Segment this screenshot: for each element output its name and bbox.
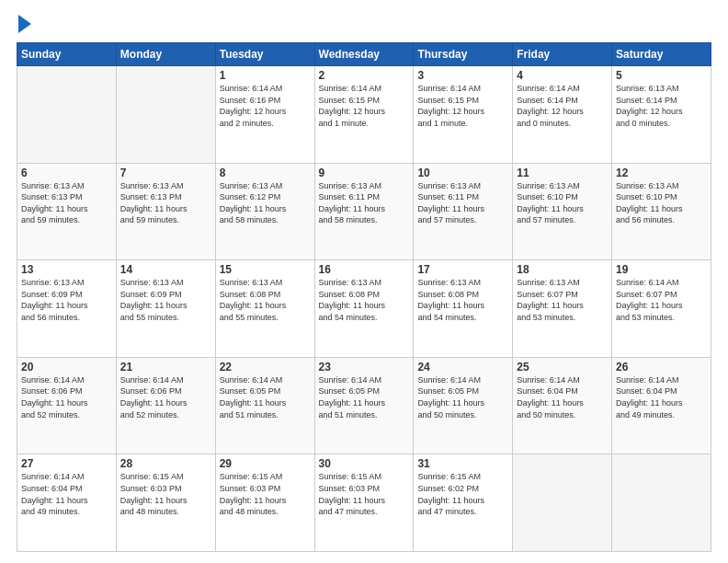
- day-info: Sunrise: 6:13 AM Sunset: 6:12 PM Dayligh…: [220, 180, 311, 226]
- calendar-cell: [513, 454, 612, 552]
- header: [17, 17, 711, 33]
- weekday-header: Tuesday: [215, 43, 314, 66]
- calendar-cell: 20Sunrise: 6:14 AM Sunset: 6:06 PM Dayli…: [17, 357, 117, 454]
- day-info: Sunrise: 6:14 AM Sunset: 6:04 PM Dayligh…: [616, 374, 707, 420]
- day-number: 9: [319, 167, 410, 179]
- weekday-header: Saturday: [612, 43, 711, 66]
- logo-arrow-icon: [18, 15, 31, 33]
- calendar-cell: [17, 66, 117, 164]
- calendar-cell: 31Sunrise: 6:15 AM Sunset: 6:02 PM Dayli…: [414, 454, 513, 552]
- day-number: 14: [120, 263, 211, 276]
- day-info: Sunrise: 6:14 AM Sunset: 6:07 PM Dayligh…: [616, 277, 707, 323]
- day-info: Sunrise: 6:13 AM Sunset: 6:10 PM Dayligh…: [517, 180, 608, 226]
- day-number: 29: [220, 457, 311, 470]
- day-info: Sunrise: 6:14 AM Sunset: 6:05 PM Dayligh…: [417, 374, 508, 420]
- day-info: Sunrise: 6:14 AM Sunset: 6:05 PM Dayligh…: [220, 374, 311, 420]
- day-number: 11: [517, 167, 608, 179]
- calendar-cell: 17Sunrise: 6:13 AM Sunset: 6:08 PM Dayli…: [414, 260, 513, 358]
- weekday-header: Sunday: [17, 43, 117, 66]
- calendar-week-row: 13Sunrise: 6:13 AM Sunset: 6:09 PM Dayli…: [17, 260, 711, 358]
- calendar-cell: 10Sunrise: 6:13 AM Sunset: 6:11 PM Dayli…: [414, 163, 513, 260]
- calendar-cell: [612, 454, 711, 552]
- calendar-cell: 2Sunrise: 6:14 AM Sunset: 6:15 PM Daylig…: [314, 66, 414, 164]
- day-info: Sunrise: 6:13 AM Sunset: 6:13 PM Dayligh…: [21, 180, 112, 226]
- day-info: Sunrise: 6:15 AM Sunset: 6:03 PM Dayligh…: [319, 471, 410, 517]
- calendar-cell: 6Sunrise: 6:13 AM Sunset: 6:13 PM Daylig…: [17, 163, 117, 260]
- weekday-header: Monday: [116, 43, 215, 66]
- calendar-cell: [116, 66, 215, 164]
- day-number: 20: [21, 361, 112, 373]
- day-number: 3: [417, 69, 508, 82]
- day-info: Sunrise: 6:13 AM Sunset: 6:08 PM Dayligh…: [319, 277, 410, 323]
- day-number: 15: [220, 263, 311, 276]
- day-number: 10: [417, 167, 508, 179]
- day-info: Sunrise: 6:15 AM Sunset: 6:03 PM Dayligh…: [220, 471, 311, 517]
- day-info: Sunrise: 6:13 AM Sunset: 6:09 PM Dayligh…: [21, 277, 112, 323]
- day-number: 13: [21, 263, 112, 276]
- day-number: 16: [319, 263, 410, 276]
- calendar-cell: 14Sunrise: 6:13 AM Sunset: 6:09 PM Dayli…: [116, 260, 215, 358]
- day-info: Sunrise: 6:13 AM Sunset: 6:09 PM Dayligh…: [120, 277, 211, 323]
- day-info: Sunrise: 6:14 AM Sunset: 6:14 PM Dayligh…: [517, 83, 608, 129]
- day-info: Sunrise: 6:13 AM Sunset: 6:13 PM Dayligh…: [120, 180, 211, 226]
- day-number: 18: [517, 263, 608, 276]
- calendar-cell: 29Sunrise: 6:15 AM Sunset: 6:03 PM Dayli…: [215, 454, 314, 552]
- calendar-cell: 7Sunrise: 6:13 AM Sunset: 6:13 PM Daylig…: [116, 163, 215, 260]
- calendar-cell: 30Sunrise: 6:15 AM Sunset: 6:03 PM Dayli…: [314, 454, 414, 552]
- weekday-header: Wednesday: [314, 43, 414, 66]
- day-info: Sunrise: 6:14 AM Sunset: 6:15 PM Dayligh…: [319, 83, 410, 129]
- day-number: 5: [616, 69, 707, 82]
- day-info: Sunrise: 6:14 AM Sunset: 6:06 PM Dayligh…: [21, 374, 112, 420]
- day-number: 2: [319, 69, 410, 82]
- day-info: Sunrise: 6:13 AM Sunset: 6:08 PM Dayligh…: [220, 277, 311, 323]
- calendar-cell: 16Sunrise: 6:13 AM Sunset: 6:08 PM Dayli…: [314, 260, 414, 358]
- calendar-cell: 15Sunrise: 6:13 AM Sunset: 6:08 PM Dayli…: [215, 260, 314, 358]
- day-number: 6: [21, 167, 112, 179]
- day-info: Sunrise: 6:13 AM Sunset: 6:07 PM Dayligh…: [517, 277, 608, 323]
- calendar-cell: 1Sunrise: 6:14 AM Sunset: 6:16 PM Daylig…: [215, 66, 314, 164]
- day-number: 23: [319, 361, 410, 373]
- day-number: 27: [21, 457, 112, 470]
- calendar-cell: 24Sunrise: 6:14 AM Sunset: 6:05 PM Dayli…: [414, 357, 513, 454]
- day-info: Sunrise: 6:13 AM Sunset: 6:10 PM Dayligh…: [616, 180, 707, 226]
- day-number: 24: [417, 361, 508, 373]
- calendar-table: SundayMondayTuesdayWednesdayThursdayFrid…: [17, 42, 711, 552]
- day-number: 26: [616, 361, 707, 373]
- calendar-header-row: SundayMondayTuesdayWednesdayThursdayFrid…: [17, 43, 711, 66]
- calendar-cell: 21Sunrise: 6:14 AM Sunset: 6:06 PM Dayli…: [116, 357, 215, 454]
- calendar-cell: 3Sunrise: 6:14 AM Sunset: 6:15 PM Daylig…: [414, 66, 513, 164]
- day-number: 22: [220, 361, 311, 373]
- day-number: 31: [417, 457, 508, 470]
- calendar-week-row: 20Sunrise: 6:14 AM Sunset: 6:06 PM Dayli…: [17, 357, 711, 454]
- calendar-cell: 9Sunrise: 6:13 AM Sunset: 6:11 PM Daylig…: [314, 163, 414, 260]
- day-info: Sunrise: 6:15 AM Sunset: 6:03 PM Dayligh…: [120, 471, 211, 517]
- day-info: Sunrise: 6:14 AM Sunset: 6:15 PM Dayligh…: [417, 83, 508, 129]
- calendar-cell: 19Sunrise: 6:14 AM Sunset: 6:07 PM Dayli…: [612, 260, 711, 358]
- day-number: 8: [220, 167, 311, 179]
- day-number: 17: [417, 263, 508, 276]
- day-info: Sunrise: 6:14 AM Sunset: 6:16 PM Dayligh…: [220, 83, 311, 129]
- calendar-cell: 11Sunrise: 6:13 AM Sunset: 6:10 PM Dayli…: [513, 163, 612, 260]
- calendar-cell: 18Sunrise: 6:13 AM Sunset: 6:07 PM Dayli…: [513, 260, 612, 358]
- calendar-week-row: 1Sunrise: 6:14 AM Sunset: 6:16 PM Daylig…: [17, 66, 711, 164]
- day-info: Sunrise: 6:14 AM Sunset: 6:04 PM Dayligh…: [21, 471, 112, 517]
- calendar-cell: 26Sunrise: 6:14 AM Sunset: 6:04 PM Dayli…: [612, 357, 711, 454]
- calendar-cell: 8Sunrise: 6:13 AM Sunset: 6:12 PM Daylig…: [215, 163, 314, 260]
- calendar-cell: 13Sunrise: 6:13 AM Sunset: 6:09 PM Dayli…: [17, 260, 117, 358]
- day-number: 1: [220, 69, 311, 82]
- calendar-cell: 23Sunrise: 6:14 AM Sunset: 6:05 PM Dayli…: [314, 357, 414, 454]
- weekday-header: Thursday: [414, 43, 513, 66]
- calendar-cell: 25Sunrise: 6:14 AM Sunset: 6:04 PM Dayli…: [513, 357, 612, 454]
- day-number: 7: [120, 167, 211, 179]
- weekday-header: Friday: [513, 43, 612, 66]
- day-info: Sunrise: 6:14 AM Sunset: 6:05 PM Dayligh…: [319, 374, 410, 420]
- calendar-week-row: 6Sunrise: 6:13 AM Sunset: 6:13 PM Daylig…: [17, 163, 711, 260]
- calendar-cell: 5Sunrise: 6:13 AM Sunset: 6:14 PM Daylig…: [612, 66, 711, 164]
- day-info: Sunrise: 6:13 AM Sunset: 6:14 PM Dayligh…: [616, 83, 707, 129]
- calendar-cell: 22Sunrise: 6:14 AM Sunset: 6:05 PM Dayli…: [215, 357, 314, 454]
- calendar-cell: 28Sunrise: 6:15 AM Sunset: 6:03 PM Dayli…: [116, 454, 215, 552]
- day-info: Sunrise: 6:13 AM Sunset: 6:11 PM Dayligh…: [319, 180, 410, 226]
- day-info: Sunrise: 6:14 AM Sunset: 6:06 PM Dayligh…: [120, 374, 211, 420]
- day-info: Sunrise: 6:13 AM Sunset: 6:08 PM Dayligh…: [417, 277, 508, 323]
- day-info: Sunrise: 6:13 AM Sunset: 6:11 PM Dayligh…: [417, 180, 508, 226]
